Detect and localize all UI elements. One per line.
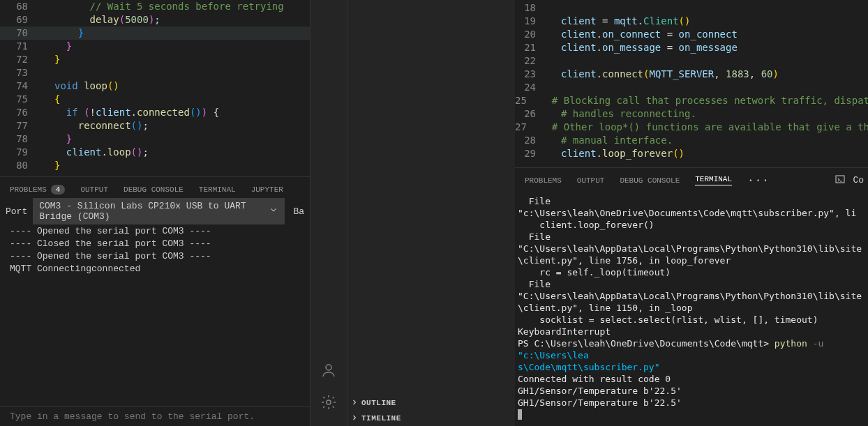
code-line[interactable]: 76 if (!client.connected()) { (0, 106, 310, 119)
chevron-right-icon (350, 413, 359, 424)
terminal-line: GH1/Sensor/Temperature b'22.5' (518, 385, 868, 397)
terminal-line: File "C:\Users\leah\AppData\Local\Progra… (518, 278, 868, 302)
chevron-right-icon (350, 398, 359, 409)
tab-terminal[interactable]: TERMINAL (199, 185, 236, 194)
code-line[interactable]: 19client = mqtt.Client() (515, 15, 868, 28)
code-line[interactable]: 20client.on_connect = on_connect (515, 28, 868, 41)
tab-problems-label: PROBLEMS (10, 185, 47, 194)
tab-debug-console[interactable]: DEBUG CONSOLE (620, 176, 680, 185)
tab-jupyter[interactable]: JUPYTER (251, 185, 283, 194)
tab-terminal-label: TERMINAL (199, 185, 236, 194)
left-panel: PROBLEMS 4 OUTPUT DEBUG CONSOLE TERMINAL… (0, 176, 310, 426)
code-line[interactable]: 72} (0, 53, 310, 66)
code-line[interactable]: 73 (0, 66, 310, 79)
terminal-line: PS C:\Users\leah\OneDrive\Documents\Code… (518, 337, 868, 361)
serial-port-row: Port COM3 - Silicon Labs CP210x USB to U… (0, 201, 310, 221)
code-line[interactable]: 70 } (0, 26, 310, 40)
outline-label: OUTLINE (361, 399, 396, 407)
right-panel-tabbar: PROBLEMS OUTPUT DEBUG CONSOLE TERMINAL ·… (515, 168, 868, 192)
terminal-line: GH1/Sensor/Temperature b'22.5' (518, 397, 868, 409)
timeline-label: TIMELINE (361, 414, 401, 423)
svg-point-1 (327, 400, 331, 404)
code-line[interactable]: 26# handles reconnecting. (515, 107, 868, 121)
terminal-line: client.loop_forever() (518, 219, 868, 231)
terminal-cursor (518, 409, 868, 420)
port-select-value: COM3 - Silicon Labs CP210x USB to UART B… (39, 201, 263, 222)
code-line[interactable]: 79 client.loop(); (0, 146, 310, 159)
outline-header[interactable]: OUTLINE (347, 395, 515, 411)
tab-problems[interactable]: PROBLEMS (525, 176, 562, 185)
terminal-line: File "c:\Users\leah\OneDrive\Documents\C… (518, 195, 868, 219)
terminal-line: \client.py", line 1150, in _loop (518, 302, 868, 314)
code-line[interactable]: 21client.on_message = on_message (515, 41, 868, 54)
code-line[interactable]: 74void loop() (0, 79, 310, 93)
gear-icon[interactable] (320, 394, 337, 413)
launch-profile-icon[interactable] (835, 174, 846, 187)
code-line[interactable]: 78 } (0, 132, 310, 146)
tab-debug-console[interactable]: DEBUG CONSOLE (124, 185, 184, 194)
right-panel-label: Co (853, 175, 864, 185)
code-line[interactable]: 69 delay(5000); (0, 13, 310, 26)
tab-output[interactable]: OUTPUT (577, 176, 605, 185)
terminal-line: socklist = select.select(rlist, wlist, [… (518, 314, 868, 326)
left-editor-group: 68 // Wait 5 seconds before retrying69 d… (0, 0, 310, 426)
account-icon[interactable] (320, 362, 337, 381)
tab-terminal-label: TERMINAL (695, 175, 732, 183)
tab-problems-label: PROBLEMS (525, 176, 562, 185)
code-line[interactable]: 23client.connect(MQTT_SERVER, 1883, 60) (515, 68, 868, 81)
code-line[interactable]: 25# Blocking call that processes network… (515, 94, 868, 107)
terminal-line: s\Code\mqtt\subscriber.py" (518, 361, 868, 373)
right-editor[interactable]: 1819client = mqtt.Client()20client.on_co… (515, 0, 868, 160)
tab-debug-label: DEBUG CONSOLE (620, 176, 680, 185)
terminal-line: \client.py", line 1756, in loop_forever (518, 254, 868, 266)
code-line[interactable]: 80} (0, 159, 310, 172)
terminal-line: File "C:\Users\leah\AppData\Local\Progra… (518, 231, 868, 254)
serial-monitor-output[interactable]: ---- Opened the serial port COM3 -------… (0, 221, 310, 280)
activity-bar (310, 0, 347, 426)
code-line[interactable]: 28# manual interface. (515, 134, 868, 147)
tab-output[interactable]: OUTPUT (80, 185, 108, 194)
left-editor[interactable]: 68 // Wait 5 seconds before retrying69 d… (0, 0, 310, 172)
terminal-line: KeyboardInterrupt (518, 326, 868, 337)
code-line[interactable]: 77 reconnect(); (0, 119, 310, 132)
tab-problems[interactable]: PROBLEMS 4 (10, 185, 65, 195)
right-panel: PROBLEMS OUTPUT DEBUG CONSOLE TERMINAL ·… (515, 167, 868, 426)
code-line[interactable]: 24 (515, 81, 868, 94)
outline-timeline-headers: OUTLINE TIMELINE (347, 395, 515, 426)
code-line[interactable]: 75{ (0, 93, 310, 106)
tab-output-label: OUTPUT (80, 185, 108, 194)
serial-output-line: MQTT Connectingconnected (10, 263, 300, 275)
code-line[interactable]: 27# Other loop*() functions are availabl… (515, 121, 868, 134)
serial-output-line: ---- Closed the serial port COM3 ---- (10, 238, 300, 250)
tab-debug-label: DEBUG CONSOLE (124, 185, 184, 194)
serial-output-line: ---- Opened the serial port COM3 ---- (10, 250, 300, 263)
chevron-down-icon (269, 205, 278, 218)
serial-message-input[interactable] (10, 411, 300, 422)
terminal-line: rc = self._loop(timeout) (518, 266, 868, 278)
svg-point-0 (326, 365, 331, 370)
code-line[interactable]: 22 (515, 54, 868, 68)
timeline-header[interactable]: TIMELINE (347, 411, 515, 426)
serial-message-bar (0, 406, 310, 426)
right-editor-group: 1819client = mqtt.Client()20client.on_co… (515, 0, 868, 426)
terminal-output[interactable]: File "c:\Users\leah\OneDrive\Documents\C… (515, 192, 868, 423)
tab-terminal[interactable]: TERMINAL (695, 175, 732, 185)
port-label: Port (6, 206, 27, 217)
tab-jupyter-label: JUPYTER (251, 185, 283, 194)
tab-output-label: OUTPUT (577, 176, 605, 185)
terminal-line: Connected with result code 0 (518, 373, 868, 385)
sidebar-column (347, 0, 515, 395)
code-line[interactable]: 71 } (0, 40, 310, 53)
code-line[interactable]: 68 // Wait 5 seconds before retrying (0, 0, 310, 13)
baud-label: Ba (293, 206, 304, 217)
code-line[interactable]: 29client.loop_forever() (515, 147, 868, 160)
serial-output-line: ---- Opened the serial port COM3 ---- (10, 225, 300, 238)
problems-count-badge: 4 (51, 185, 66, 195)
code-line[interactable]: 18 (515, 1, 868, 15)
more-icon[interactable]: ··· (747, 174, 770, 187)
